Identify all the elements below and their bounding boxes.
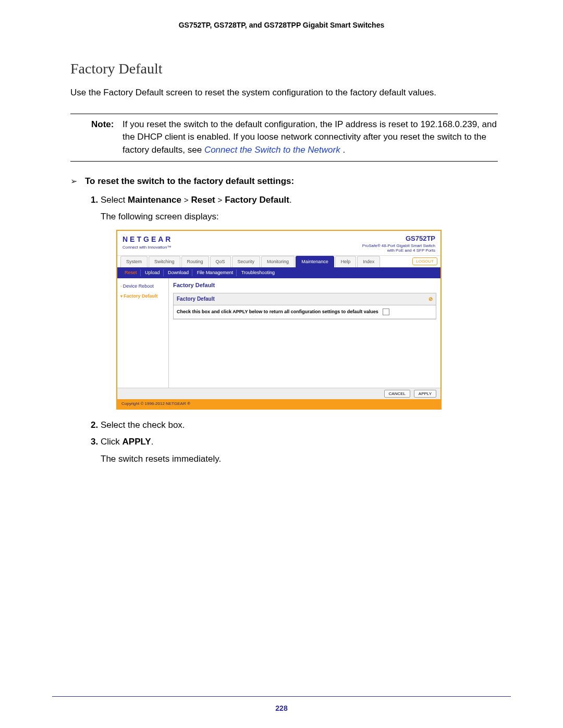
page-header: GS752TP, GS728TP, and GS728TPP Gigabit S…	[0, 21, 563, 29]
tab-maintenance[interactable]: Maintenance	[296, 256, 334, 267]
note-body: If you reset the switch to the default c…	[123, 118, 498, 157]
cancel-button[interactable]: CANCEL	[384, 390, 410, 398]
note-label: Note:	[91, 118, 123, 157]
step1-factory-default: Factory Default	[225, 195, 289, 205]
procedure-title: To reset the switch to the factory defau…	[85, 176, 294, 187]
note-link[interactable]: Connect the Switch to the Network	[204, 145, 340, 155]
panel-title: Factory Default	[173, 281, 436, 290]
tab-monitoring[interactable]: Monitoring	[261, 256, 295, 267]
footer-rule	[52, 696, 511, 697]
step3-pre: Click	[101, 437, 123, 447]
tab-qos[interactable]: QoS	[210, 256, 231, 267]
panel-row-text: Check this box and click APPLY below to …	[177, 309, 378, 315]
model-name: GS752TP	[362, 234, 435, 244]
step1-post: .	[289, 195, 292, 205]
shot-copyright: Copyright © 1996-2012 NETGEAR ®	[117, 399, 440, 409]
logout-button[interactable]: LOGOUT	[412, 257, 437, 266]
step3-post: .	[151, 437, 154, 447]
main-tabs: System Switching Routing QoS Security Mo…	[117, 255, 440, 267]
tab-routing[interactable]: Routing	[181, 256, 209, 267]
tab-system[interactable]: System	[120, 256, 148, 267]
step1-reset: Reset	[191, 195, 215, 205]
chevron-down-icon: ▾	[120, 294, 123, 299]
step1-maintenance: Maintenance	[128, 195, 181, 205]
sidebar-label-factory: Factory Default	[124, 293, 158, 299]
subtab-download[interactable]: Download	[165, 269, 192, 276]
step3-sub: The switch resets immediately.	[101, 453, 498, 466]
brand-tagline: Connect with Innovation™	[123, 244, 173, 251]
subtab-upload[interactable]: Upload	[142, 269, 164, 276]
note-block: Note: If you reset the switch to the def…	[70, 118, 498, 157]
step-3: Click APPLY. The switch resets immediate…	[101, 436, 498, 465]
help-icon[interactable]: ⊘	[429, 295, 433, 303]
sidebar-label-reboot: Device Reboot	[123, 283, 154, 289]
step-1: Select Maintenance > Reset > Factory Def…	[101, 194, 498, 410]
tab-help[interactable]: Help	[335, 256, 357, 267]
subtab-file-management[interactable]: File Management	[194, 269, 237, 276]
intro-paragraph: Use the Factory Default screen to reset …	[70, 87, 498, 99]
panel-header-label: Factory Default	[177, 295, 215, 303]
sidebar-item-factory-default[interactable]: ▾Factory Default	[119, 291, 166, 301]
step-2: Select the check box.	[101, 419, 498, 432]
page-number: 228	[0, 704, 563, 712]
note-body-post: .	[340, 145, 345, 155]
embedded-screenshot: NETGEAR Connect with Innovation™ GS752TP…	[116, 230, 442, 410]
tab-security[interactable]: Security	[232, 256, 261, 267]
tab-index[interactable]: Index	[357, 256, 380, 267]
sub-tabs: Reset Upload Download File Management Tr…	[117, 267, 440, 278]
apply-button[interactable]: APPLY	[414, 390, 436, 398]
note-rule-top	[70, 114, 498, 114]
sidebar-item-device-reboot[interactable]: ›Device Reboot	[119, 281, 166, 291]
subtab-troubleshooting[interactable]: Troubleshooting	[238, 269, 278, 276]
step1-sub: The following screen displays:	[101, 211, 498, 224]
step1-pre: Select	[101, 195, 128, 205]
chevron-right-icon: ›	[120, 284, 122, 289]
page-title: Factory Default	[70, 60, 498, 77]
factory-default-checkbox[interactable]	[383, 309, 389, 315]
note-rule-bottom	[70, 161, 498, 162]
model-sub2: with PoE and 4 SFP Ports	[362, 249, 435, 253]
shot-sidebar: ›Device Reboot ▾Factory Default	[117, 278, 169, 388]
tab-switching[interactable]: Switching	[149, 256, 180, 267]
brand-logo: NETGEAR	[123, 234, 173, 244]
procedure-arrow-icon: ➢	[70, 176, 85, 187]
step3-apply: APPLY	[123, 437, 151, 447]
subtab-reset[interactable]: Reset	[121, 269, 141, 276]
